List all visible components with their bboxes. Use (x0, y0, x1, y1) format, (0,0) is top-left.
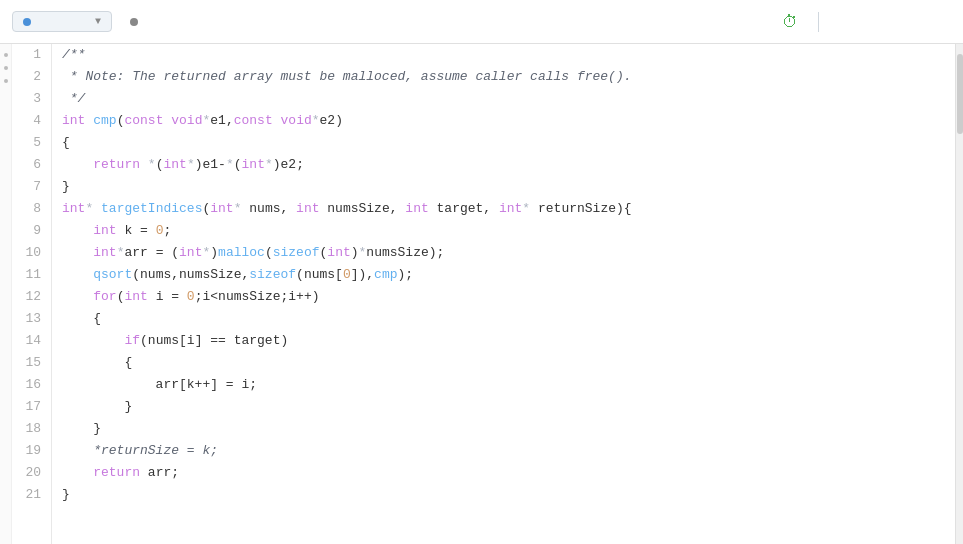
line-number-15: 15 (12, 352, 51, 374)
line-number-12: 12 (12, 286, 51, 308)
line-number-8: 8 (12, 198, 51, 220)
code-area[interactable]: /** * Note: The returned array must be m… (52, 44, 955, 544)
toolbar-divider (818, 12, 819, 32)
line-number-2: 2 (12, 66, 51, 88)
code-line-5: { (62, 132, 955, 154)
scrollbar[interactable] (955, 44, 963, 544)
gutter-dot-3 (4, 79, 8, 83)
line-numbers: 123456789101112131415161718192021 (12, 44, 52, 544)
gutter-dot-2 (4, 66, 8, 70)
code-line-8: int* targetIndices(int* nums, int numsSi… (62, 198, 955, 220)
line-number-4: 4 (12, 110, 51, 132)
gutter-dot-1 (4, 53, 8, 57)
line-number-17: 17 (12, 396, 51, 418)
code-line-14: if(nums[i] == target) (62, 330, 955, 352)
line-number-5: 5 (12, 132, 51, 154)
lang-dot (23, 18, 31, 26)
line-number-6: 6 (12, 154, 51, 176)
line-number-9: 9 (12, 220, 51, 242)
line-number-3: 3 (12, 88, 51, 110)
code-line-6: return *(int*)e1-*(int*)e2; (62, 154, 955, 176)
info-icon[interactable] (833, 20, 841, 24)
simulate-button[interactable]: ⏱ (782, 13, 804, 31)
code-line-13: { (62, 308, 955, 330)
ai-mode-toggle[interactable] (120, 14, 154, 30)
code-line-7: } (62, 176, 955, 198)
code-line-11: qsort(nums,numsSize,sizeof(nums[0]),cmp)… (62, 264, 955, 286)
code-line-17: } (62, 396, 955, 418)
ai-dot (130, 18, 138, 26)
line-number-18: 18 (12, 418, 51, 440)
play-icon[interactable] (855, 20, 863, 24)
expand-icon[interactable] (943, 20, 951, 24)
line-number-11: 11 (12, 264, 51, 286)
line-number-1: 1 (12, 44, 51, 66)
code-line-15: { (62, 352, 955, 374)
code-line-10: int*arr = (int*)malloc(sizeof(int)*numsS… (62, 242, 955, 264)
code-line-12: for(int i = 0;i<numsSize;i++) (62, 286, 955, 308)
terminal-icon[interactable] (899, 20, 907, 24)
language-selector[interactable]: ▼ (12, 11, 112, 32)
undo-icon[interactable] (877, 20, 885, 24)
settings-icon[interactable] (921, 20, 929, 24)
code-line-20: return arr; (62, 462, 955, 484)
code-line-4: int cmp(const void*e1,const void*e2) (62, 110, 955, 132)
line-number-21: 21 (12, 484, 51, 506)
scrollbar-thumb[interactable] (957, 54, 963, 134)
line-number-13: 13 (12, 308, 51, 330)
line-number-19: 19 (12, 440, 51, 462)
line-number-7: 7 (12, 176, 51, 198)
toolbar: ▼ ⏱ (0, 0, 963, 44)
code-line-3: */ (62, 88, 955, 110)
code-line-19: *returnSize = k; (62, 440, 955, 462)
left-gutter (0, 44, 12, 544)
code-line-16: arr[k++] = i; (62, 374, 955, 396)
toolbar-right: ⏱ (782, 12, 951, 32)
code-line-21: } (62, 484, 955, 506)
code-line-9: int k = 0; (62, 220, 955, 242)
code-line-1: /** (62, 44, 955, 66)
lang-arrow: ▼ (95, 16, 101, 27)
line-number-16: 16 (12, 374, 51, 396)
code-line-18: } (62, 418, 955, 440)
line-number-20: 20 (12, 462, 51, 484)
code-line-2: * Note: The returned array must be mallo… (62, 66, 955, 88)
clock-icon: ⏱ (782, 13, 798, 31)
line-number-10: 10 (12, 242, 51, 264)
line-number-14: 14 (12, 330, 51, 352)
editor-container: 123456789101112131415161718192021 /** * … (0, 44, 963, 544)
